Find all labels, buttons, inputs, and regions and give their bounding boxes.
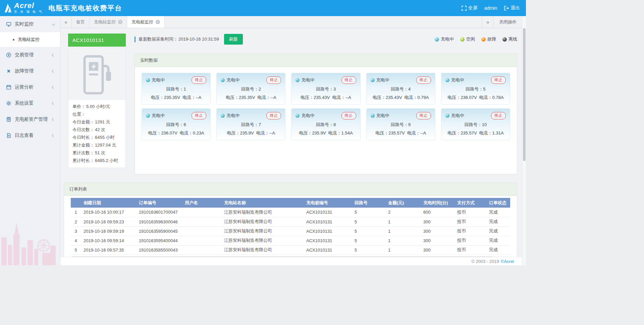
column-created: 创建日期 — [81, 198, 136, 208]
terminate-button[interactable]: 终止 — [192, 76, 206, 84]
loop-number: 回路号：4 — [371, 86, 431, 92]
orders-panel-body: 创建日期 订单编号 用户名 充电站名称 充电桩编号 回路号 金额(元) 充电时间… — [64, 196, 517, 257]
refresh-button[interactable]: 刷新 — [224, 34, 243, 45]
tab-station-monitor[interactable]: 充电站监控 × — [90, 16, 127, 28]
current-value: 0.79A — [417, 95, 429, 100]
cell-minutes: 300 — [421, 217, 454, 226]
close-operations-button[interactable]: 关闭操作 — [493, 16, 522, 28]
terminate-button[interactable]: 终止 — [341, 112, 356, 119]
table-row[interactable]: 4 2019-10-16 09:59:14 1910163595400044 江… — [71, 236, 510, 245]
current-label: 电流： — [479, 130, 492, 136]
tab-close-icon[interactable]: × — [156, 20, 160, 24]
cell-loop: 5 — [352, 208, 385, 217]
device-stats: 单价：5.00 小时/元 位置： 今日金额：1291 元 今日次数：42 次 今… — [68, 100, 125, 164]
sidebar-item-settings[interactable]: 系统设置 — [0, 95, 60, 111]
current-label: 电流： — [257, 95, 270, 100]
user-menu[interactable]: admin — [484, 5, 497, 11]
voltage-value: 235.35V — [164, 95, 180, 100]
chevron-left-icon — [52, 102, 55, 105]
current-value: --A — [269, 130, 275, 136]
monitor-icon — [6, 21, 11, 27]
logout-button[interactable]: 退出 — [504, 5, 520, 11]
logout-icon — [504, 6, 509, 11]
sidebar-item-logs[interactable]: 日志查看 — [0, 127, 60, 144]
terminate-button[interactable]: 终止 — [266, 112, 281, 119]
loop-value: 8 — [333, 122, 336, 127]
terminate-button[interactable]: 终止 — [491, 76, 506, 84]
loop-status: 充电中 — [221, 113, 239, 119]
top-row: ACX1010131 — [66, 34, 517, 174]
voltage-label: 电压： — [447, 95, 461, 100]
cell-user — [182, 208, 221, 217]
cell-station: 江苏安科瑞制造有限公司 — [221, 217, 304, 226]
table-row[interactable]: 5 2019-10-16 09:57:35 1910163585500043 江… — [71, 245, 510, 255]
terminate-button[interactable]: 终止 — [192, 112, 206, 119]
loop-card: 充电中终止 回路号：5 电压：236.07V电流：0.78A — [441, 73, 510, 105]
terminate-button[interactable]: 终止 — [266, 76, 281, 84]
table-header-row: 创建日期 订单编号 用户名 充电站名称 充电桩编号 回路号 金额(元) 充电时间… — [71, 198, 510, 208]
cell-created: 2019-10-16 09:59:14 — [81, 236, 136, 245]
vertical-scrollbar-thumb[interactable] — [523, 28, 526, 161]
cell-pile: ACX1010131 — [304, 226, 352, 236]
sidebar-item-faults[interactable]: 故障管理 — [0, 63, 60, 79]
cell-pile: ACX1010131 — [304, 217, 352, 226]
cell-order-no: 1910163595400044 — [136, 236, 182, 245]
loop-status-label: 充电中 — [451, 77, 464, 83]
table-row[interactable]: 2 2019-10-16 09:59:23 1910163596300046 江… — [71, 217, 510, 226]
sidebar-item-transactions[interactable]: 交易管理 — [0, 47, 60, 63]
cell-pay: 投币 — [454, 236, 486, 245]
tab-home[interactable]: 首页 — [72, 16, 90, 28]
stat-label: 今日次数： — [72, 127, 94, 132]
stat-value: 5.00 小时/元 — [86, 104, 110, 109]
loop-card: 充电中终止 回路号：7 电压：235.9V电流：--A — [216, 108, 285, 140]
loop-status-label: 充电中 — [301, 113, 314, 119]
table-row[interactable]: 1 2019-10-16 10:00:17 1910163601700047 江… — [71, 208, 510, 217]
fault-dot-icon — [481, 37, 486, 42]
voltage-value: 235.43V — [386, 95, 402, 100]
terminate-button[interactable]: 终止 — [341, 76, 356, 84]
acrel-logo: Acrel 安 科 瑞 电 气 — [4, 2, 43, 14]
transaction-icon — [6, 52, 11, 58]
current-label: 电流： — [332, 95, 345, 100]
column-amount: 金额(元) — [385, 198, 421, 208]
sidebar-item-realtime-monitor[interactable]: 实时监控 — [0, 16, 60, 32]
horizontal-scrollbar[interactable] — [71, 256, 510, 257]
current-label: 电流： — [404, 95, 417, 100]
body-row: 实时监控 充电站监控 交易管理 故障管理 — [0, 16, 526, 265]
stat-today-amount: 今日金额：1291 元 — [68, 118, 125, 126]
terminate-button[interactable]: 终止 — [416, 112, 431, 119]
loop-measurements: 电压：235.57V电流：1.31A — [445, 130, 506, 136]
column-pay: 支付方式 — [454, 198, 486, 208]
vertical-scrollbar[interactable] — [522, 16, 526, 265]
voltage-label: 电压： — [227, 130, 240, 136]
horizontal-scrollbar-thumb[interactable] — [71, 257, 493, 257]
column-status: 订单状态 — [486, 198, 510, 208]
cell-order-no: 1910163585500043 — [136, 245, 182, 255]
table-row[interactable]: 3 2019-10-16 09:59:19 1910163595900045 江… — [71, 226, 510, 236]
column-user: 用户名 — [182, 198, 221, 208]
tabbar-right-controls: » 关闭操作 — [482, 16, 522, 28]
fullscreen-button[interactable]: 全屏 — [462, 5, 478, 11]
loop-number: 回路号：10 — [445, 122, 506, 128]
footer-brand-link[interactable]: ©Acrel — [501, 259, 514, 264]
logo-mark-icon — [4, 3, 12, 13]
loop-number: 回路号：9 — [371, 122, 431, 128]
sidebar-item-station-monitor[interactable]: 充电站监控 — [0, 32, 60, 47]
tab-label: 充电站监控 — [94, 19, 116, 25]
charging-status-icon — [146, 78, 150, 82]
stat-label: 累计金额： — [72, 143, 94, 148]
tab-close-icon[interactable]: × — [118, 20, 122, 24]
stat-label: 累计时长： — [72, 158, 94, 163]
current-label: 电流： — [328, 130, 341, 136]
loop-status-label: 充电中 — [451, 113, 464, 119]
terminate-button[interactable]: 终止 — [491, 112, 506, 119]
row-index: 5 — [71, 245, 81, 255]
tabs-scroll-left-button[interactable]: « — [60, 16, 72, 28]
tabs-scroll-right-button[interactable]: » — [482, 16, 493, 28]
voltage-label: 电压： — [375, 130, 388, 136]
sidebar-item-analysis[interactable]: 运营分析 — [0, 79, 60, 95]
tab-pile-monitor[interactable]: 充电桩监控 × — [127, 16, 165, 28]
terminate-button[interactable]: 终止 — [416, 76, 431, 84]
sidebar-item-assets[interactable]: 充电桩资产管理 — [0, 111, 60, 127]
loop-card: 充电中终止 回路号：8 电压：235.9V电流：1.54A — [291, 108, 360, 140]
